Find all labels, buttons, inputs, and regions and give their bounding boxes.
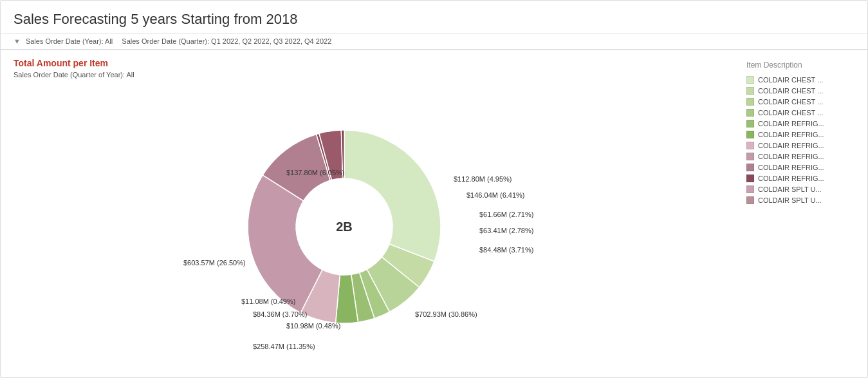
legend-swatch bbox=[746, 98, 754, 106]
legend-label-text: COLDAIR REFRIG... bbox=[758, 131, 824, 138]
legend-label-text: COLDAIR SPLT U... bbox=[758, 185, 822, 193]
legend-item: COLDAIR SPLT U... bbox=[746, 185, 860, 193]
label-4: $61.66M (2.71%) bbox=[479, 211, 533, 218]
filter-separator bbox=[115, 37, 119, 45]
content-area: Total Amount per Item Sales Order Date (… bbox=[1, 50, 867, 377]
legend-swatch bbox=[746, 175, 754, 182]
legend-item: COLDAIR REFRIG... bbox=[746, 142, 860, 149]
label-1: $702.93M (30.86%) bbox=[415, 310, 477, 318]
label-6: $84.48M (3.71%) bbox=[479, 246, 533, 254]
legend-swatch bbox=[746, 120, 754, 128]
legend-label-text: COLDAIR SPLT U... bbox=[758, 196, 822, 204]
legend-label-text: COLDAIR REFRIG... bbox=[758, 142, 824, 149]
chart-subtitle: Sales Order Date (Quarter of Year): All bbox=[14, 71, 726, 79]
legend-label-text: COLDAIR CHEST ... bbox=[758, 76, 823, 84]
legend-area: Item Description COLDAIR CHEST ...COLDAI… bbox=[739, 50, 867, 377]
legend-swatch bbox=[746, 76, 754, 84]
header: Sales Forecasting 5 years Starting from … bbox=[1, 1, 867, 33]
legend-item: COLDAIR REFRIG... bbox=[746, 153, 860, 160]
legend-item: COLDAIR REFRIG... bbox=[746, 131, 860, 138]
legend-label-text: COLDAIR REFRIG... bbox=[758, 120, 824, 128]
legend-label-text: COLDAIR CHEST ... bbox=[758, 87, 823, 95]
legend-label-text: COLDAIR CHEST ... bbox=[758, 98, 823, 106]
filter-icon: ▼ bbox=[14, 37, 21, 45]
legend-swatch bbox=[746, 87, 754, 95]
legend-item: COLDAIR REFRIG... bbox=[746, 164, 860, 171]
legend-swatch bbox=[746, 153, 754, 160]
legend-item: COLDAIR CHEST ... bbox=[746, 109, 860, 117]
label-11: $84.36M (3.70%) bbox=[253, 310, 307, 318]
legend-items: COLDAIR CHEST ...COLDAIR CHEST ...COLDAI… bbox=[746, 76, 860, 207]
label-5: $63.41M (2.78%) bbox=[479, 227, 533, 234]
legend-item: COLDAIR REFRIG... bbox=[746, 120, 860, 128]
label-7: $137.80M (6.05%) bbox=[286, 169, 345, 176]
label-10: $10.98M (0.48%) bbox=[286, 322, 340, 330]
legend-swatch bbox=[746, 109, 754, 117]
label-12: $11.08M (0.49%) bbox=[241, 298, 295, 305]
label-3: $146.04M (6.41%) bbox=[466, 191, 525, 199]
legend-item: COLDAIR CHEST ... bbox=[746, 87, 860, 95]
legend-swatch bbox=[746, 196, 754, 204]
legend-item: COLDAIR CHEST ... bbox=[746, 76, 860, 84]
label-2: $112.80M (4.95%) bbox=[454, 175, 512, 183]
legend-swatch bbox=[746, 164, 754, 171]
filter-year: Sales Order Date (Year): All bbox=[26, 37, 113, 45]
chart-area: Total Amount per Item Sales Order Date (… bbox=[1, 50, 739, 377]
label-8: $603.57M (26.50%) bbox=[183, 259, 246, 267]
page-title: Sales Forecasting 5 years Starting from … bbox=[14, 11, 854, 28]
legend-label-text: COLDAIR REFRIG... bbox=[758, 175, 824, 182]
legend-item: COLDAIR CHEST ... bbox=[746, 98, 860, 106]
legend-label-text: COLDAIR CHEST ... bbox=[758, 109, 823, 117]
center-label: 2B bbox=[336, 220, 353, 234]
legend-item: COLDAIR REFRIG... bbox=[746, 175, 860, 182]
legend-swatch bbox=[746, 142, 754, 149]
dashboard: Sales Forecasting 5 years Starting from … bbox=[0, 0, 868, 378]
legend-swatch bbox=[746, 185, 754, 193]
donut-chart: 2B $702.93M (30.86%) $112.80M (4.95%) $1… bbox=[145, 98, 595, 355]
legend-label-text: COLDAIR REFRIG... bbox=[758, 164, 824, 171]
legend-swatch bbox=[746, 131, 754, 138]
label-9: $258.47M (11.35%) bbox=[253, 343, 315, 350]
legend-title: Item Description bbox=[746, 61, 860, 70]
legend-label-text: COLDAIR REFRIG... bbox=[758, 153, 824, 160]
donut-container: 2B $702.93M (30.86%) $112.80M (4.95%) $1… bbox=[14, 84, 726, 370]
filters-bar: ▼ Sales Order Date (Year): All Sales Ord… bbox=[1, 33, 867, 50]
filter-quarter: Sales Order Date (Quarter): Q1 2022, Q2 … bbox=[122, 37, 331, 45]
legend-item: COLDAIR SPLT U... bbox=[746, 196, 860, 204]
chart-title: Total Amount per Item bbox=[14, 58, 726, 68]
